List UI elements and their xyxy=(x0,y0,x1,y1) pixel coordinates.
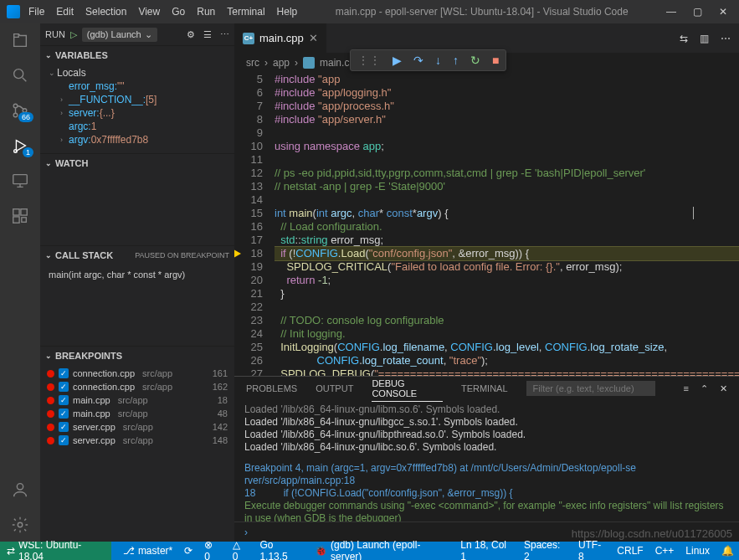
panel-close-icon[interactable]: ✕ xyxy=(720,383,727,394)
more-icon[interactable]: ⋯ xyxy=(220,29,229,40)
code-line[interactable]: return -1; xyxy=(275,274,739,287)
restart-icon[interactable]: ↻ xyxy=(470,54,480,67)
variables-header[interactable]: ⌄VARIABLES xyxy=(40,46,234,64)
code-line[interactable]: if (!CONFIG.Load("conf/config.json", &er… xyxy=(275,247,739,260)
var-argc[interactable]: argc: xyxy=(69,121,91,132)
code-line[interactable]: CONFIG.log_rotate_count, "trace"); xyxy=(275,354,739,367)
var-error-msg[interactable]: error_msg: xyxy=(69,80,117,92)
breakpoint-checkbox[interactable]: ✓ xyxy=(59,368,69,378)
breakpoint-row[interactable]: ✓server.cppsrc/app148 xyxy=(40,434,234,447)
code-line[interactable]: // TODO: console log configurable xyxy=(275,314,739,327)
code-line[interactable]: } xyxy=(275,287,739,301)
breakpoint-row[interactable]: ✓main.cppsrc/app18 xyxy=(40,393,234,407)
tab-terminal[interactable]: TERMINAL xyxy=(461,381,508,396)
step-into-icon[interactable]: ↓ xyxy=(435,54,441,67)
status-errors[interactable]: ⊗ 0 xyxy=(204,539,221,560)
settings-icon[interactable] xyxy=(10,515,30,535)
breakpoints-header[interactable]: ⌄BREAKPOINTS xyxy=(40,347,234,365)
remote-indicator[interactable]: ⇄WSL: Ubuntu-18.04 xyxy=(0,542,111,560)
status-debug-config[interactable]: 🐞(gdb) Launch (epoll-server) xyxy=(315,539,449,560)
breakpoint-row[interactable]: ✓server.cppsrc/app142 xyxy=(40,420,234,434)
remote-explorer-icon[interactable] xyxy=(10,171,30,191)
code-line[interactable]: SPDLOG_CRITICAL("Failed to load config f… xyxy=(275,260,739,274)
continue-icon[interactable]: ▶ xyxy=(393,54,402,67)
breakpoint-row[interactable]: ✓connection.cppsrc/app162 xyxy=(40,380,234,393)
tab-problems[interactable]: PROBLEMS xyxy=(246,381,297,396)
indent-status[interactable]: Spaces: 2 xyxy=(524,539,567,560)
code-line[interactable]: #include "app/server.h" xyxy=(275,113,739,126)
breakpoint-checkbox[interactable]: ✓ xyxy=(59,435,69,445)
code-line[interactable]: int main(int argc, char* const*argv) { xyxy=(275,207,739,220)
breakpoint-checkbox[interactable]: ✓ xyxy=(59,382,69,392)
locals-scope[interactable]: Locals xyxy=(57,67,86,79)
explorer-icon[interactable] xyxy=(10,30,30,50)
code-line[interactable] xyxy=(275,126,739,140)
accounts-icon[interactable] xyxy=(10,480,30,500)
callstack-header[interactable]: ⌄CALL STACKPAUSED ON BREAKPOINT xyxy=(40,246,234,265)
status-warnings[interactable]: △ 0 xyxy=(233,539,249,560)
tab-debug-console[interactable]: DEBUG CONSOLE xyxy=(372,376,443,402)
callstack-frame[interactable]: main(int argc, char * const * argv) xyxy=(40,266,234,283)
minimize-button[interactable]: — xyxy=(666,6,676,18)
menu-terminal[interactable]: Terminal xyxy=(227,6,264,18)
menu-edit[interactable]: Edit xyxy=(56,6,74,18)
code-line[interactable]: InitLogging(CONFIG.log_filename, CONFIG.… xyxy=(275,341,739,354)
breadcrumb[interactable]: src› app› main.cpp ⋮⋮ ▶ ↷ ↓ ↑ ↻ ■ xyxy=(234,53,739,73)
code-line[interactable]: #include "app/logging.h" xyxy=(275,86,739,100)
compare-icon[interactable]: ⇆ xyxy=(680,33,688,44)
menu-view[interactable]: View xyxy=(138,6,160,18)
var-server[interactable]: server: xyxy=(69,107,100,119)
breakpoint-row[interactable]: ✓connection.cppsrc/app161 xyxy=(40,367,234,380)
code-line[interactable]: // Load configuration. xyxy=(275,220,739,234)
code-line[interactable]: std::string error_msg; xyxy=(275,234,739,247)
debug-config-select[interactable]: (gdb) Launch⌄ xyxy=(82,28,157,42)
code-line[interactable] xyxy=(275,193,739,207)
git-sync[interactable]: ⟳ xyxy=(184,545,192,557)
tab-main-cpp[interactable]: C+ main.cpp ✕ xyxy=(234,23,327,53)
menu-help[interactable]: Help xyxy=(277,6,298,18)
eol-status[interactable]: CRLF xyxy=(617,539,643,560)
close-button[interactable]: ✕ xyxy=(719,6,727,18)
git-branch[interactable]: ⎇master* xyxy=(123,545,172,557)
cursor-position[interactable]: Ln 18, Col 1 xyxy=(460,539,512,560)
search-icon[interactable] xyxy=(10,65,30,85)
code-line[interactable] xyxy=(275,153,739,167)
split-editor-icon[interactable]: ▥ xyxy=(700,33,709,44)
debug-console-output[interactable]: Loaded '/lib/x86_64-linux-gnu/libm.so.6'… xyxy=(234,400,739,521)
var-argv[interactable]: argv: xyxy=(69,134,91,146)
code-line[interactable]: // netstat -anp | grep -E 'State|9000' xyxy=(275,180,739,193)
menu-file[interactable]: File xyxy=(28,6,44,18)
stop-icon[interactable]: ■ xyxy=(492,54,499,67)
debug-toolbar[interactable]: ⋮⋮ ▶ ↷ ↓ ↑ ↻ ■ xyxy=(350,49,506,71)
code-line[interactable]: // ps -eo pid,ppid,sid,tty,pgrp,comm,sta… xyxy=(275,167,739,180)
panel-settings-icon[interactable]: ≡ xyxy=(684,383,689,394)
notifications-icon[interactable]: 🔔 xyxy=(721,539,734,560)
encoding-status[interactable]: UTF-8 xyxy=(578,539,605,560)
menu-selection[interactable]: Selection xyxy=(85,6,126,18)
code-line[interactable]: #include "app/process.h" xyxy=(275,100,739,113)
tab-output[interactable]: OUTPUT xyxy=(316,381,353,396)
breakpoint-checkbox[interactable]: ✓ xyxy=(59,395,69,405)
start-debug-icon[interactable]: ▷ xyxy=(70,29,77,40)
status-go[interactable]: Go 1.13.5 xyxy=(259,539,303,560)
breakpoint-row[interactable]: ✓main.cppsrc/app48 xyxy=(40,407,234,420)
code-line[interactable]: SPDLOG_DEBUG("==========================… xyxy=(275,367,739,376)
views-icon[interactable]: ☰ xyxy=(203,29,212,40)
step-out-icon[interactable]: ↑ xyxy=(453,54,459,67)
code-line[interactable]: #include "app xyxy=(275,73,739,86)
watch-header[interactable]: ⌄WATCH xyxy=(40,154,234,172)
menu-go[interactable]: Go xyxy=(172,6,185,18)
extensions-icon[interactable] xyxy=(10,206,30,226)
code-line[interactable]: using namespace app; xyxy=(275,140,739,153)
language-mode[interactable]: C++ xyxy=(655,539,675,560)
tab-close-icon[interactable]: ✕ xyxy=(309,32,318,44)
gear-icon[interactable]: ⚙ xyxy=(187,29,195,40)
drag-grip-icon[interactable]: ⋮⋮ xyxy=(357,54,381,67)
code-area[interactable]: 5678910111213141516171819202122232425262… xyxy=(234,73,739,376)
breakpoint-checkbox[interactable]: ✓ xyxy=(59,422,69,432)
panel-maximize-icon[interactable]: ⌃ xyxy=(701,383,708,394)
maximize-button[interactable]: ▢ xyxy=(693,6,702,18)
editor-more-icon[interactable]: ⋯ xyxy=(721,33,731,44)
var-function[interactable]: __FUNCTION__: xyxy=(69,94,146,105)
menu-run[interactable]: Run xyxy=(197,6,215,18)
